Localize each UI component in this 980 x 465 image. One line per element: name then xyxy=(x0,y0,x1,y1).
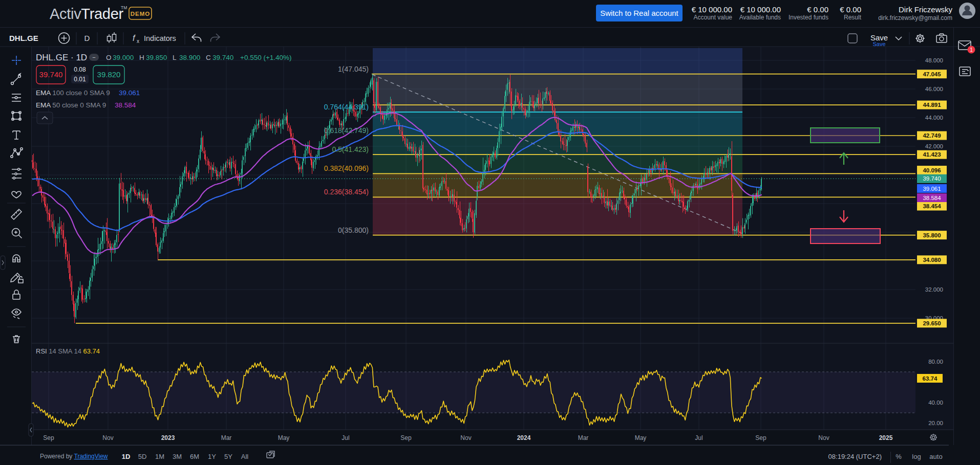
svg-text:Switch to Real account: Switch to Real account xyxy=(600,9,678,17)
svg-text:All: All xyxy=(241,453,249,460)
svg-text:Sep: Sep xyxy=(755,434,766,441)
svg-text:39.000: 39.000 xyxy=(113,54,134,61)
svg-text:6M: 6M xyxy=(190,453,199,460)
svg-text:H: H xyxy=(139,54,144,61)
svg-text:€ 0.00: € 0.00 xyxy=(807,5,828,14)
svg-text:May: May xyxy=(635,434,647,441)
svg-text:0.382(40.096): 0.382(40.096) xyxy=(324,164,369,172)
svg-text:€ 10 000.00: € 10 000.00 xyxy=(740,5,781,14)
svg-text:5Y: 5Y xyxy=(224,453,232,460)
svg-text:2024: 2024 xyxy=(517,434,531,441)
svg-text:Save: Save xyxy=(872,41,885,47)
svg-text:0.764(44.391): 0.764(44.391) xyxy=(324,103,369,111)
svg-text:39.850: 39.850 xyxy=(146,54,167,61)
svg-text:1: 1 xyxy=(970,47,973,53)
svg-text:DEMO: DEMO xyxy=(131,11,151,17)
svg-text:46.000: 46.000 xyxy=(925,86,943,92)
svg-text:44.000: 44.000 xyxy=(925,115,943,121)
svg-text:63.74: 63.74 xyxy=(923,375,938,382)
svg-text:€ 10 000.00: € 10 000.00 xyxy=(692,5,732,14)
svg-text:Jul: Jul xyxy=(342,434,349,441)
svg-text:20.00: 20.00 xyxy=(928,420,943,426)
svg-text:ActivTrader: ActivTrader xyxy=(50,6,124,22)
svg-text:39.820: 39.820 xyxy=(97,70,121,79)
svg-text:TM: TM xyxy=(121,5,127,10)
svg-text:auto: auto xyxy=(929,453,942,460)
svg-text:+0.550 (+1.40%): +0.550 (+1.40%) xyxy=(240,54,292,61)
svg-text:5D: 5D xyxy=(138,453,147,460)
svg-text:1D: 1D xyxy=(122,453,131,460)
svg-text:39.740: 39.740 xyxy=(39,70,63,79)
svg-text:dirk.friczewsky@gmail.com: dirk.friczewsky@gmail.com xyxy=(878,14,952,21)
svg-text:log: log xyxy=(912,453,921,460)
svg-text:x: x xyxy=(137,38,139,44)
svg-text:Mar: Mar xyxy=(578,434,589,441)
svg-text:D: D xyxy=(84,34,90,42)
svg-text:Result: Result xyxy=(844,14,862,21)
svg-text:0.08: 0.08 xyxy=(74,66,86,73)
svg-text:0.5(41.423): 0.5(41.423) xyxy=(332,145,369,153)
svg-text:Invested funds: Invested funds xyxy=(789,14,828,21)
svg-text:39.061: 39.061 xyxy=(923,186,941,192)
svg-text:47.045: 47.045 xyxy=(923,71,941,77)
svg-text:40.096: 40.096 xyxy=(923,167,941,173)
svg-text:08:19:24 (UTC+2): 08:19:24 (UTC+2) xyxy=(828,453,882,460)
svg-text:EMA 50 close 0 SMA 9: EMA 50 close 0 SMA 9 xyxy=(36,101,106,109)
svg-text:EMA 100 close 0 SMA 9: EMA 100 close 0 SMA 9 xyxy=(36,89,110,97)
svg-text:3M: 3M xyxy=(173,453,182,460)
svg-text:2023: 2023 xyxy=(161,434,175,441)
svg-text:Dirk Friczewsky: Dirk Friczewsky xyxy=(899,5,952,14)
svg-text:48.000: 48.000 xyxy=(925,57,943,63)
svg-text:Account value: Account value xyxy=(694,14,733,21)
svg-text:29.650: 29.650 xyxy=(923,320,941,326)
svg-text:L: L xyxy=(173,54,177,61)
svg-text:38.454: 38.454 xyxy=(923,203,941,209)
svg-text:44.891: 44.891 xyxy=(923,102,941,108)
svg-text:38.900: 38.900 xyxy=(179,54,200,61)
svg-text:Jul: Jul xyxy=(695,434,702,441)
svg-text:42.749: 42.749 xyxy=(923,132,941,139)
svg-text:Powered by TradingView: Powered by TradingView xyxy=(40,453,108,460)
svg-text:0.618(42.749): 0.618(42.749) xyxy=(324,126,369,135)
svg-text:34.080: 34.080 xyxy=(923,257,941,263)
svg-text:0(35.800): 0(35.800) xyxy=(338,226,369,234)
svg-text:1Y: 1Y xyxy=(208,453,216,460)
svg-text:Sep: Sep xyxy=(43,434,54,441)
svg-text:RSI 14 SMA 14 63.74: RSI 14 SMA 14 63.74 xyxy=(36,347,100,355)
svg-text:−: − xyxy=(92,54,95,60)
svg-text:Nov: Nov xyxy=(460,434,471,441)
svg-text:Nov: Nov xyxy=(818,434,829,441)
svg-text:39.061: 39.061 xyxy=(119,89,140,97)
svg-text:C: C xyxy=(206,54,211,61)
svg-text:41.423: 41.423 xyxy=(923,151,941,158)
svg-text:38.584: 38.584 xyxy=(115,101,136,109)
svg-text:May: May xyxy=(278,434,290,441)
svg-text:Nov: Nov xyxy=(102,434,113,441)
svg-text:O: O xyxy=(106,54,112,61)
svg-text:Mar: Mar xyxy=(221,434,232,441)
svg-text:39.740: 39.740 xyxy=(923,175,941,182)
svg-text:Sep: Sep xyxy=(400,434,412,441)
svg-text:€ 0.00: € 0.00 xyxy=(840,5,861,14)
svg-text:80.00: 80.00 xyxy=(928,359,943,365)
svg-text:0.236(38.454): 0.236(38.454) xyxy=(324,188,369,196)
svg-text:1(47.045): 1(47.045) xyxy=(338,65,369,73)
svg-text:DHL.GE: DHL.GE xyxy=(9,34,38,42)
svg-text:42.000: 42.000 xyxy=(925,143,943,149)
svg-text:38.584: 38.584 xyxy=(923,195,941,201)
svg-text:1M: 1M xyxy=(155,453,164,460)
svg-text:35.800: 35.800 xyxy=(923,232,941,238)
svg-text:39.740: 39.740 xyxy=(212,54,233,61)
svg-text:DHL.GE · 1D: DHL.GE · 1D xyxy=(36,53,87,62)
svg-text:2025: 2025 xyxy=(879,434,893,441)
svg-text:Available funds: Available funds xyxy=(739,14,781,21)
svg-text:%: % xyxy=(896,453,902,460)
svg-text:32.000: 32.000 xyxy=(925,286,943,293)
svg-text:40.00: 40.00 xyxy=(928,400,943,406)
svg-text:Indicators: Indicators xyxy=(144,34,176,42)
svg-text:0.01: 0.01 xyxy=(74,76,86,83)
